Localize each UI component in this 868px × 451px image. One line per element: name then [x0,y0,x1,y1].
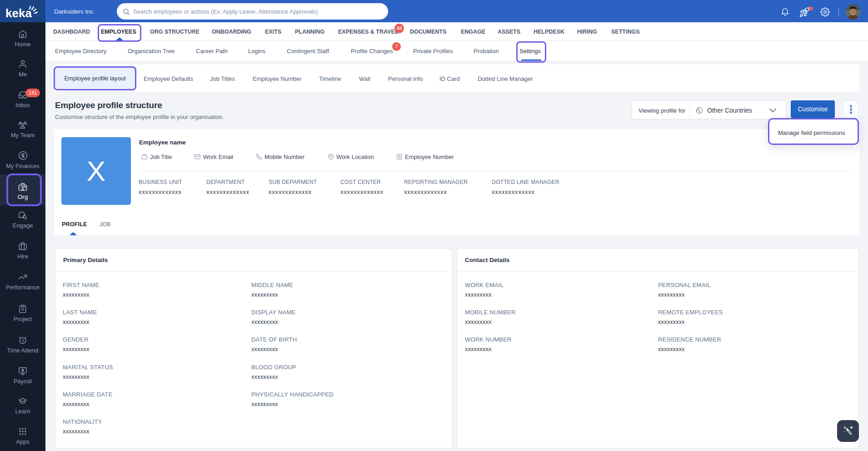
svg-text:keka: keka [5,6,32,19]
